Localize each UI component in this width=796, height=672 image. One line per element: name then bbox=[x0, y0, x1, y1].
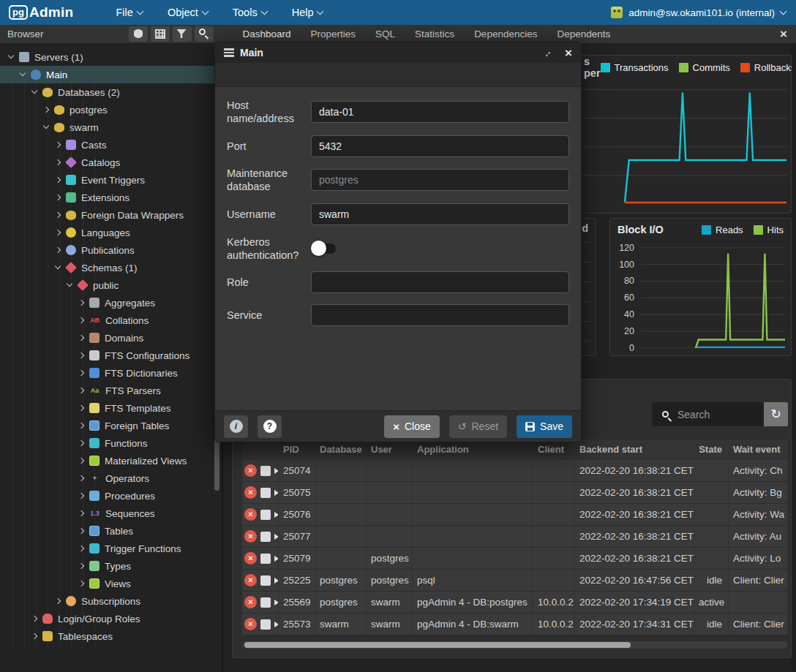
expander-icon[interactable] bbox=[41, 105, 52, 116]
expander-icon[interactable] bbox=[76, 543, 87, 554]
column-header-user[interactable]: User bbox=[367, 439, 413, 460]
service-input[interactable] bbox=[311, 304, 569, 326]
column-header-client[interactable]: Client bbox=[533, 439, 575, 460]
expander-icon[interactable] bbox=[76, 333, 87, 344]
tree-item-swarm[interactable]: swarm bbox=[0, 118, 222, 136]
expander-icon[interactable] bbox=[76, 298, 87, 309]
tree-item-postgres[interactable]: postgres bbox=[0, 101, 222, 118]
row-checkbox[interactable] bbox=[260, 575, 271, 586]
expander-icon[interactable] bbox=[76, 508, 87, 519]
table-scrollbar-thumb[interactable] bbox=[244, 642, 631, 648]
tree-item-procedures[interactable]: Procedures bbox=[0, 487, 222, 505]
tree-item-materialized-views[interactable]: Materialized Views bbox=[0, 452, 222, 469]
column-header-application[interactable]: Application bbox=[413, 439, 533, 460]
help-button[interactable]: ? bbox=[258, 415, 282, 438]
expander-icon[interactable] bbox=[76, 491, 87, 502]
tree-item-main[interactable]: Main bbox=[0, 66, 222, 83]
tree-item-login-group-roles[interactable]: Login/Group Roles bbox=[0, 610, 222, 627]
expander-icon[interactable] bbox=[41, 122, 52, 133]
role-input[interactable] bbox=[311, 271, 569, 293]
expander-icon[interactable] bbox=[76, 368, 87, 379]
column-header-backend-start[interactable]: Backend start bbox=[575, 439, 694, 460]
table-row[interactable]: ×25225postgrespostgrespsql2022-02-20 16:… bbox=[242, 570, 788, 592]
close-panel-icon[interactable]: × bbox=[780, 28, 787, 40]
expander-icon[interactable] bbox=[6, 52, 17, 63]
expander-icon[interactable] bbox=[53, 596, 64, 607]
row-checkbox[interactable] bbox=[260, 554, 271, 564]
terminate-session-button[interactable]: × bbox=[244, 552, 257, 565]
tree-item-trigger-functions[interactable]: Trigger Functions bbox=[0, 540, 222, 557]
expander-icon[interactable] bbox=[76, 350, 87, 361]
tree-item-tablespaces[interactable]: Tablespaces bbox=[0, 627, 222, 645]
expander-icon[interactable] bbox=[76, 473, 87, 484]
refresh-button[interactable]: ↻ bbox=[764, 402, 788, 426]
tab-dependents[interactable]: Dependents bbox=[557, 29, 610, 39]
menu-file[interactable]: File bbox=[116, 7, 143, 18]
filter-toolbar-button[interactable] bbox=[173, 26, 192, 42]
tree-item-foreign-tables[interactable]: Foreign Tables bbox=[0, 417, 222, 434]
menu-object[interactable]: Object bbox=[168, 7, 208, 18]
tree-item-operators[interactable]: +Operators bbox=[0, 469, 222, 487]
tree-item-tables[interactable]: Tables bbox=[0, 522, 222, 540]
save-button[interactable]: Save bbox=[517, 415, 572, 438]
maximize-icon[interactable]: ↔ bbox=[540, 45, 555, 60]
expander-icon[interactable] bbox=[53, 210, 64, 221]
tree-item-foreign-data-wrappers[interactable]: Foreign Data Wrappers bbox=[0, 206, 222, 224]
tree-item-event-triggers[interactable]: Event Triggers bbox=[0, 171, 222, 189]
user-menu[interactable]: admin@sw.okami101.io (internal) bbox=[611, 7, 786, 18]
tree-item-sequences[interactable]: 1.3Sequences bbox=[0, 505, 222, 522]
tree-item-types[interactable]: Types bbox=[0, 557, 222, 575]
username-input[interactable] bbox=[311, 203, 569, 225]
table-row[interactable]: ×25079postgres2022-02-20 16:38:21 CETAct… bbox=[242, 548, 788, 570]
row-checkbox[interactable] bbox=[260, 597, 271, 608]
reset-button[interactable]: ↺ Reset bbox=[449, 415, 507, 438]
expander-icon[interactable] bbox=[29, 614, 40, 624]
expander-icon[interactable] bbox=[76, 315, 87, 326]
terminate-session-button[interactable]: × bbox=[244, 596, 257, 608]
menu-help[interactable]: Help bbox=[292, 7, 323, 18]
table-row[interactable]: ×25573swarmswarmpgAdmin 4 - DB:swarm10.0… bbox=[242, 614, 788, 635]
close-button[interactable]: × Close bbox=[384, 415, 440, 438]
column-header-wait-event[interactable]: Wait event bbox=[729, 439, 788, 460]
tree-item-extensions[interactable]: Extensions bbox=[0, 189, 222, 206]
tab-properties[interactable]: Properties bbox=[311, 29, 356, 39]
row-checkbox[interactable] bbox=[260, 488, 271, 498]
table-row[interactable]: ×250752022-02-20 16:38:21 CETActivity: B… bbox=[242, 482, 788, 504]
expander-icon[interactable] bbox=[53, 192, 64, 203]
kerberos-toggle[interactable] bbox=[312, 243, 336, 254]
table-row[interactable]: ×250742022-02-20 16:38:21 CETActivity: C… bbox=[242, 460, 788, 482]
terminate-session-button[interactable]: × bbox=[244, 508, 257, 521]
expander-icon[interactable] bbox=[29, 87, 40, 98]
tab-sql[interactable]: SQL bbox=[375, 29, 395, 39]
terminate-session-button[interactable]: × bbox=[244, 464, 257, 477]
tree-item-subscriptions[interactable]: Subscriptions bbox=[0, 592, 222, 610]
terminate-session-button[interactable]: × bbox=[244, 486, 257, 499]
search-toolbar-button[interactable] bbox=[195, 26, 214, 42]
tree-item-servers-1[interactable]: Servers (1) bbox=[0, 48, 222, 66]
tab-dashboard[interactable]: Dashboard bbox=[243, 29, 291, 39]
tree-item-catalogs[interactable]: Catalogs bbox=[0, 154, 222, 171]
row-checkbox[interactable] bbox=[260, 466, 271, 476]
tree-item-languages[interactable]: Languages bbox=[0, 224, 222, 241]
tree-item-databases-2[interactable]: Databases (2) bbox=[0, 83, 222, 101]
expander-icon[interactable] bbox=[18, 69, 29, 80]
expander-icon[interactable] bbox=[53, 227, 64, 238]
terminate-session-button[interactable]: × bbox=[244, 618, 257, 630]
expander-icon[interactable] bbox=[76, 456, 87, 467]
expander-icon[interactable] bbox=[76, 385, 87, 396]
tree-item-collations[interactable]: ABCollations bbox=[0, 312, 222, 329]
tree-item-fts-templates[interactable]: FTS Templates bbox=[0, 399, 222, 417]
column-header-database[interactable]: Database bbox=[315, 439, 367, 460]
tree-item-views[interactable]: Views bbox=[0, 575, 222, 592]
expander-icon[interactable] bbox=[76, 526, 87, 537]
tree-item-fts-parsers[interactable]: AaFTS Parsers bbox=[0, 382, 222, 399]
table-row[interactable]: ×250772022-02-20 16:38:21 CETActivity: A… bbox=[242, 526, 788, 548]
tree-item-public[interactable]: public bbox=[0, 276, 222, 294]
tab-dependencies[interactable]: Dependencies bbox=[474, 29, 537, 39]
database-toolbar-button[interactable] bbox=[129, 26, 148, 42]
row-checkbox[interactable] bbox=[260, 532, 271, 542]
expander-icon[interactable] bbox=[64, 280, 75, 291]
menu-tools[interactable]: Tools bbox=[233, 7, 267, 18]
column-header-state[interactable]: State bbox=[694, 439, 729, 460]
expander-icon[interactable] bbox=[53, 263, 64, 273]
